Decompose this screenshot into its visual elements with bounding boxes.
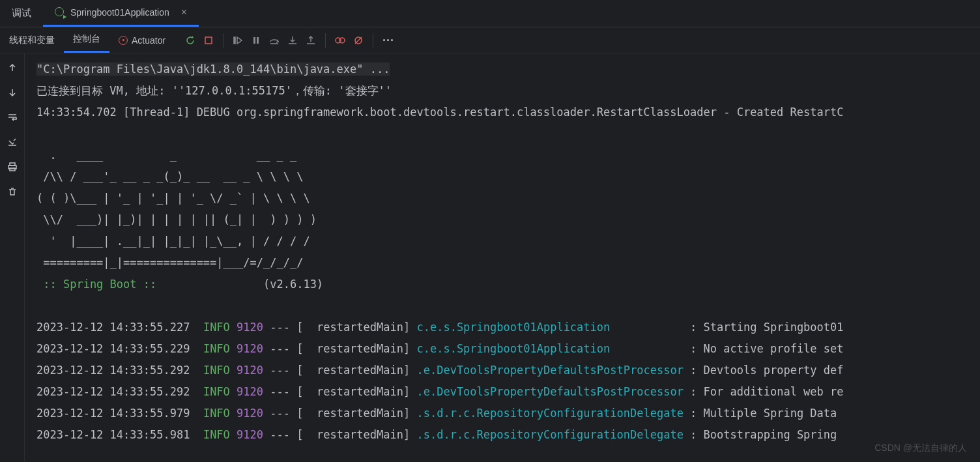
tab-actuator[interactable]: Actuator (109, 27, 175, 53)
log-ts: 2023-12-12 14:33:55.292 (36, 385, 190, 398)
log-level: INFO (203, 428, 230, 441)
log-class: .s.d.r.c.RepositoryConfigurationDelegate (416, 407, 683, 420)
step-out-button[interactable] (302, 31, 320, 50)
svg-rect-1 (234, 37, 235, 44)
log-msg: Multiple Spring Data (704, 407, 844, 420)
log-colon: : (684, 385, 704, 398)
log-thread: restartedMain] (317, 321, 417, 334)
close-icon[interactable]: × (181, 7, 187, 18)
log-class: .s.d.r.c.RepositoryConfigurationDelegate (416, 428, 683, 441)
log-msg: For additional web re (704, 385, 844, 398)
log-level: INFO (203, 342, 230, 355)
tab-console[interactable]: 控制台 (64, 27, 109, 53)
more-options-button[interactable] (379, 31, 397, 50)
watermark: CSDN @无法自律的人 (874, 442, 967, 454)
log-colon: : (684, 342, 704, 355)
svg-rect-0 (205, 37, 212, 44)
log-class: .e.DevToolsPropertyDefaultsPostProcessor (416, 385, 683, 398)
log-ts: 2023-12-12 14:33:55.227 (36, 321, 190, 334)
log-sep: --- [ (263, 321, 317, 334)
log-level: INFO (203, 407, 230, 420)
log-colon: : (684, 321, 704, 334)
separator (373, 33, 373, 48)
scroll-up-icon[interactable] (5, 60, 20, 76)
log-level: INFO (203, 321, 230, 334)
log-sep: --- [ (263, 342, 317, 355)
main-content: "C:\Program Files\Java\jdk1.8.0_144\bin\… (0, 53, 980, 462)
connected-line: 已连接到目标 VM, 地址: ''127.0.0.1:55175'，传输: '套… (36, 84, 392, 97)
console-label: 控制台 (73, 33, 100, 45)
separator (223, 33, 223, 48)
log-colon: : (684, 364, 704, 377)
banner-line: ' |____| .__|_| |_|_| |_\__, | / / / / (36, 235, 310, 248)
log-pid: 9120 (237, 342, 263, 355)
log-colon: : (684, 407, 704, 420)
log-msg: No active profile set (704, 342, 844, 355)
debug-tab-label: 调试 (12, 7, 31, 20)
log-pid: 9120 (237, 407, 263, 420)
spring-boot-version: (v2.6.13) (163, 278, 323, 291)
log-msg: Bootstrapping Spring (704, 428, 844, 441)
log-ts: 2023-12-12 14:33:55.979 (36, 407, 190, 420)
debug-log-line: 14:33:54.702 [Thread-1] DEBUG org.spring… (36, 106, 843, 119)
mute-breakpoints-button[interactable] (349, 31, 368, 50)
log-class: c.e.s.Springboot01Application (416, 342, 683, 355)
log-pid: 9120 (237, 321, 263, 334)
scroll-to-end-icon[interactable] (5, 134, 20, 150)
log-colon: : (684, 428, 704, 441)
banner-line: =========|_|==============|___/=/_/_/_/ (36, 256, 303, 269)
console-output[interactable]: "C:\Program Files\Java\jdk1.8.0_144\bin\… (25, 53, 980, 462)
tab-threads-vars[interactable]: 线程和变量 (0, 27, 64, 53)
pause-button[interactable] (247, 31, 265, 50)
actuator-label: Actuator (132, 35, 166, 46)
run-config-icon (55, 7, 65, 18)
log-sep: --- [ (263, 428, 317, 441)
run-config-tabs: 调试 Springboot01Application × (0, 0, 980, 27)
svg-rect-2 (253, 37, 255, 44)
log-pid: 9120 (237, 385, 263, 398)
banner-line: ( ( )\___ | '_ | '_| | '_ \/ _` | \ \ \ … (36, 192, 310, 205)
run-config-tab[interactable]: Springboot01Application × (43, 0, 199, 27)
log-class: c.e.s.Springboot01Application (416, 321, 683, 334)
run-config-label: Springboot01Application (70, 7, 169, 18)
clear-icon[interactable] (5, 184, 20, 199)
log-ts: 2023-12-12 14:33:55.292 (36, 364, 190, 377)
log-msg: Starting Springboot01 (704, 321, 844, 334)
banner-line: \\/ ___)| |_)| | | | | || (_| | ) ) ) ) (36, 213, 317, 226)
spring-boot-label: :: Spring Boot :: (36, 278, 163, 291)
console-side-toolbar (0, 53, 25, 462)
scroll-down-icon[interactable] (5, 85, 20, 100)
resume-button[interactable] (229, 31, 247, 50)
svg-point-10 (339, 38, 345, 43)
command-line: "C:\Program Files\Java\jdk1.8.0_144\bin\… (36, 63, 390, 76)
log-pid: 9120 (237, 364, 263, 377)
rerun-button[interactable] (181, 31, 199, 50)
banner-line: . ____ _ __ _ _ (36, 149, 296, 162)
svg-rect-20 (10, 168, 15, 171)
tool-view-tabs: 线程和变量 控制台 Actuator (0, 27, 175, 53)
log-sep: --- [ (263, 385, 317, 398)
svg-rect-3 (257, 37, 259, 44)
log-level: INFO (203, 385, 230, 398)
log-sep: --- [ (263, 407, 317, 420)
log-pid: 9120 (237, 428, 263, 441)
log-thread: restartedMain] (317, 385, 417, 398)
step-over-button[interactable] (265, 31, 283, 50)
view-breakpoints-button[interactable] (331, 31, 349, 50)
debug-tab[interactable]: 调试 (0, 0, 43, 27)
log-thread: restartedMain] (317, 364, 417, 377)
log-thread: restartedMain] (317, 342, 417, 355)
log-sep: --- [ (263, 364, 317, 377)
log-thread: restartedMain] (317, 407, 417, 420)
soft-wrap-icon[interactable] (5, 109, 20, 125)
print-icon[interactable] (5, 159, 20, 175)
log-thread: restartedMain] (317, 428, 417, 441)
log-level: INFO (203, 364, 230, 377)
log-ts: 2023-12-12 14:33:55.229 (36, 342, 190, 355)
debug-toolbar: 线程和变量 控制台 Actuator (0, 27, 980, 53)
threads-vars-label: 线程和变量 (9, 35, 55, 46)
step-into-button[interactable] (283, 31, 302, 50)
actuator-icon (119, 36, 128, 45)
log-msg: Devtools property def (704, 364, 844, 377)
stop-button[interactable] (199, 31, 218, 50)
